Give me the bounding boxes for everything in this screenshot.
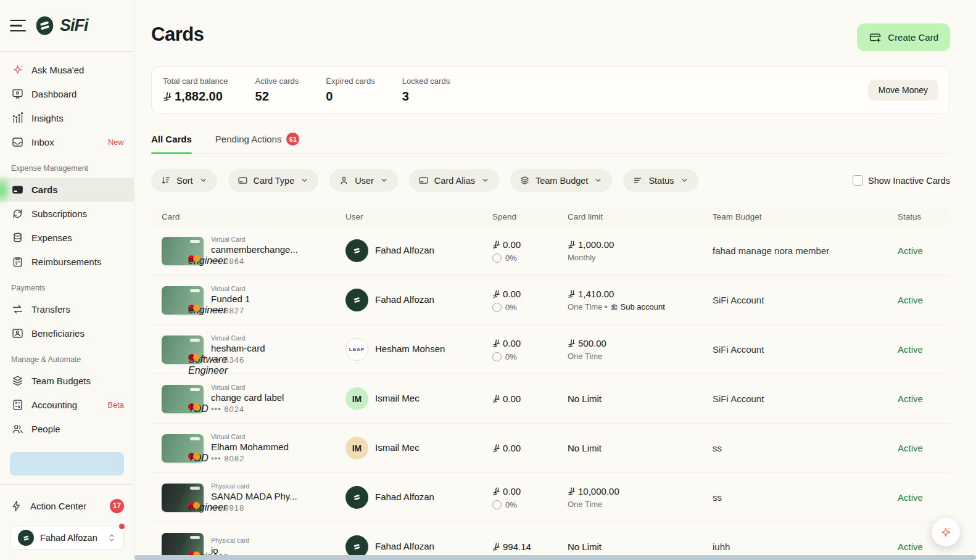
create-card-button[interactable]: Create Card [857,23,950,51]
card-brand-mark [190,289,200,292]
user-avatar [345,239,368,262]
user-name: Fahad Alfozan [375,245,434,255]
show-inactive-checkbox[interactable] [853,175,863,186]
table-row[interactable]: engineer Virtual Card canmemberchange...… [151,226,950,276]
spend-cell: 0.00 [492,393,568,404]
move-money-button[interactable]: Move Money [868,80,938,101]
user-name: Ismail Mec [375,442,420,453]
card-limit-none: No Limit [568,541,713,552]
card-limit-period: One Time [568,352,713,361]
ai-assistant-button[interactable] [932,518,960,546]
spend-amount: 0.00 [492,239,568,250]
card-cell: TDD Virtual Card change card label ••• 6… [151,384,345,414]
dashboard-icon [11,88,24,101]
insights-icon [11,112,24,125]
table-row[interactable]: engineer Physical card SANAD MADA Phy...… [151,473,950,522]
action-center-item[interactable]: Action Center 17 [10,493,124,518]
sidebar-item-insights[interactable]: Insights [0,106,134,130]
user-avatar: LEAP [345,338,368,361]
card-icon [418,175,429,186]
table-row[interactable]: engineer Virtual Card Funded 1 ••• 8827 … [151,276,950,325]
filter-user[interactable]: User [329,169,398,192]
sidebar-item-team-budgets[interactable]: Team Budgets [0,369,134,393]
table-row[interactable]: TDD Virtual Card change card label ••• 6… [151,374,950,424]
card-limit-cell: No Limit [568,541,713,552]
card-limit-amount: 1,000.00 [568,239,713,250]
filter-card-alias[interactable]: Card Alias [409,169,499,192]
card-brand-mark [190,536,200,539]
team-budgets-icon [11,374,24,387]
filter-card-type[interactable]: Card Type [228,169,319,192]
table-row[interactable]: TDD Virtual Card Elham Mohammed ••• 8082… [151,424,950,473]
filter-sort[interactable]: Sort [151,169,217,192]
sidebar-item-label: Beneficiaries [31,328,85,339]
user-cell: LEAP Hesham Mohsen [345,338,492,361]
card-thumbnail-virtual: engineer [162,286,204,315]
riyal-icon [492,543,500,551]
spend-percent: 0% [492,352,568,361]
sidebar-item-people[interactable]: People [0,417,134,441]
sidebar-item-transfers[interactable]: Transfers [0,297,134,321]
riyal-icon [568,339,576,347]
sidebar-item-cards[interactable]: Cards [0,178,134,202]
sidebar-item-accounting[interactable]: AccountingBeta [0,393,134,417]
beneficiaries-icon [11,327,24,340]
card-limit-cell: No Limit [568,443,713,453]
app-logo: SiFi [35,15,88,36]
team-budget-cell: iuhh [713,541,898,552]
table-row[interactable]: Software Engineer Virtual Card hesham-ca… [151,325,950,374]
card-cell: Software Engineer Virtual Card hesham-ca… [151,334,345,364]
table-row[interactable]: engineer Physical card io Fahad Alfozan … [151,522,950,560]
nav-group-label: Expense Management [0,154,134,178]
card-name: Funded 1 [211,294,250,304]
sidebar-item-configuration[interactable]: Configuration [0,441,134,445]
status-badge: Active [898,295,950,305]
tab-pending-actions[interactable]: Pending Actions61 [215,133,300,154]
status-badge: Active [898,443,950,453]
sidebar-item-ask-musaed[interactable]: Ask Musa'ed [0,58,134,82]
sidebar-item-label: Cards [31,184,58,195]
spend-cell: 0.00 [492,443,568,453]
sidebar-item-label: Dashboard [31,89,77,99]
mastercard-icon: TDD [188,453,200,459]
sidebar-item-expenses[interactable]: Expenses [0,226,134,250]
user-name: Fahad Alfozan [375,541,434,551]
show-inactive-label: Show Inactive Cards [868,176,950,186]
riyal-icon [568,241,576,249]
sidebar-item-reimbursements[interactable]: Reimbursements [0,250,134,274]
user-name: Fahad Alfozan [375,294,434,305]
card-limit-amount: 1,410.00 [568,289,713,299]
sidebar-item-label: Insights [31,113,64,123]
card-type-label: Physical card [211,537,249,544]
tabs: All CardsPending Actions61 [151,133,950,154]
spend-cell: 0.00 0% [492,239,568,263]
action-center-label: Action Center [30,501,86,511]
user-avatar [345,289,368,311]
spend-amount: 994.14 [492,541,568,552]
sidebar-item-dashboard[interactable]: Dashboard [0,82,134,106]
expenses-icon [11,231,24,244]
card-thumbnail-physical: engineer [162,484,204,512]
card-type-label: Virtual Card [211,384,284,391]
menu-toggle-icon[interactable] [10,20,26,32]
filter-team-budget[interactable]: Team Budget [510,169,612,192]
card-limit-cell: 500.00 One Time [568,338,713,361]
tab-all-cards[interactable]: All Cards [151,133,192,154]
spend-amount: 0.00 [492,393,568,404]
filter-status[interactable]: Status [623,169,698,192]
card-thumbnail-virtual: Software Engineer [162,336,204,364]
show-inactive-toggle[interactable]: Show Inactive Cards [853,175,950,186]
card-icon [238,175,248,186]
action-center-badge: 17 [110,499,124,513]
sidebar-item-label: Reimbursements [31,257,101,267]
horizontal-scrollbar[interactable] [134,555,976,560]
sidebar-item-subscriptions[interactable]: Subscriptions [0,202,134,226]
card-cell: engineer Physical card SANAD MADA Phy...… [151,482,345,513]
column-header: Card [151,212,345,221]
transfers-icon [11,303,24,316]
sidebar-banner[interactable] [10,452,124,476]
user-menu-button[interactable]: Fahad Alfozan [10,525,124,550]
sidebar-item-inbox[interactable]: InboxNew [0,130,134,154]
sidebar-item-beneficiaries[interactable]: Beneficiaries [0,321,134,345]
tab-label: Pending Actions [215,134,282,144]
